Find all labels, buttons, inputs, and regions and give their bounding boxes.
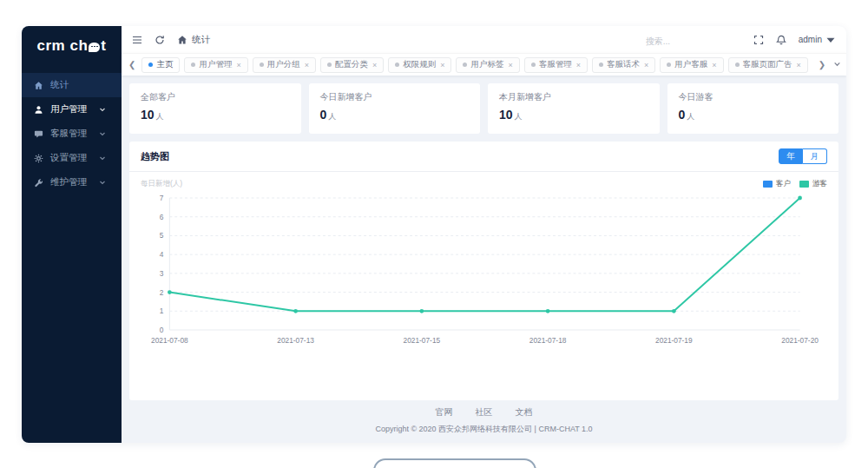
tab-dot-icon xyxy=(599,63,603,67)
svg-text:2021-07-20: 2021-07-20 xyxy=(781,336,819,345)
stat-cards: 全部客户 10人 今日新增客户 0人 本月新增客户 10人 今日游客 0人 xyxy=(129,83,838,134)
tabs-menu-button[interactable] xyxy=(832,60,843,69)
caret-down-icon xyxy=(825,35,836,45)
tab-config-categories[interactable]: 配置分类 × xyxy=(320,57,384,73)
tab-user-service[interactable]: 用户客服 × xyxy=(660,57,723,73)
close-icon[interactable]: × xyxy=(508,61,512,69)
svg-text:2021-07-18: 2021-07-18 xyxy=(529,336,567,345)
tab-dot-icon xyxy=(395,63,399,67)
trend-panel-header: 趋势图 年 月 xyxy=(129,142,838,172)
user-menu[interactable]: admin xyxy=(799,35,836,45)
svg-text:5: 5 xyxy=(160,231,164,240)
legend-item-visitors[interactable]: 游客 xyxy=(799,179,827,189)
search-box xyxy=(646,32,741,48)
year-toggle-button[interactable]: 年 xyxy=(779,148,803,164)
bell-icon xyxy=(776,35,786,45)
hamburger-icon xyxy=(132,35,142,45)
tab-permission-rules[interactable]: 权限规则 × xyxy=(388,57,451,73)
chevron-down-icon xyxy=(99,155,106,161)
close-icon[interactable]: × xyxy=(576,61,581,69)
stat-value: 10人 xyxy=(499,108,648,122)
tabs-scroll-left-button[interactable]: ❮ xyxy=(127,60,137,69)
close-icon[interactable]: × xyxy=(372,61,377,69)
breadcrumb-label: 统计 xyxy=(192,34,210,46)
tabs-scroll-right-button[interactable]: ❯ xyxy=(817,60,827,69)
copyright: Copyright © 2020 西安众邦网络科技有限公司 | CRM-CHAT… xyxy=(129,424,838,435)
legend-label: 客户 xyxy=(776,179,791,189)
tab-dot-icon xyxy=(735,63,740,67)
stat-value: 10人 xyxy=(141,108,290,122)
chart-top-row: 每日新增(人) 客户 游客 xyxy=(141,179,827,189)
close-icon[interactable]: × xyxy=(797,61,801,69)
notifications-button[interactable] xyxy=(776,35,786,45)
stat-card-new-customers-month: 本月新增客户 10人 xyxy=(488,83,660,134)
wrench-icon xyxy=(34,178,43,188)
sidebar-item-statistics[interactable]: 统计 xyxy=(22,73,122,97)
gear-icon xyxy=(34,154,43,163)
footer-link-community[interactable]: 社区 xyxy=(476,406,493,419)
chat-bubble-icon xyxy=(89,43,100,52)
collapse-sidebar-button[interactable] xyxy=(132,35,142,45)
period-toggle: 年 月 xyxy=(779,148,827,164)
tab-label: 用户分组 xyxy=(267,59,300,70)
y-axis-name: 每日新增(人) xyxy=(141,179,182,189)
footer-link-docs[interactable]: 文档 xyxy=(516,406,533,419)
tab-dot-icon xyxy=(667,63,671,67)
breadcrumb[interactable]: 统计 xyxy=(177,34,210,46)
footer-link-official-site[interactable]: 官网 xyxy=(436,406,453,419)
stat-card-total-customers: 全部客户 10人 xyxy=(129,83,301,134)
svg-text:0: 0 xyxy=(160,326,164,334)
tab-home[interactable]: 主页 xyxy=(141,57,180,73)
tab-label: 客服页面广告 xyxy=(743,59,792,70)
home-icon xyxy=(34,81,43,90)
stat-value: 0人 xyxy=(679,108,828,122)
refresh-button[interactable] xyxy=(155,35,165,45)
chevron-down-icon xyxy=(99,179,106,186)
stat-label: 今日新增客户 xyxy=(320,91,470,103)
username: admin xyxy=(799,35,822,44)
tab-dot-icon xyxy=(463,63,467,67)
legend-item-customers[interactable]: 客户 xyxy=(763,179,791,189)
content: 全部客户 10人 今日新增客户 0人 本月新增客户 10人 今日游客 0人 xyxy=(122,76,846,443)
tab-dot-icon xyxy=(327,63,332,67)
tab-user-tags[interactable]: 用户标签 × xyxy=(456,57,519,73)
sidebar-item-label: 设置管理 xyxy=(50,152,87,164)
svg-text:6: 6 xyxy=(160,213,164,221)
sidebar-item-label: 客服管理 xyxy=(50,128,87,140)
footer: 官网 社区 文档 Copyright © 2020 西安众邦网络科技有限公司 |… xyxy=(129,400,838,435)
legend-swatch-blue xyxy=(763,181,773,188)
stat-card-visitors-today: 今日游客 0人 xyxy=(667,83,839,134)
stat-card-new-customers-today: 今日新增客户 0人 xyxy=(309,83,481,134)
sidebar-item-settings-management[interactable]: 设置管理 xyxy=(22,146,122,170)
close-icon[interactable]: × xyxy=(236,61,240,69)
sidebar-menu: 统计 用户管理 客服管理 设置管理 xyxy=(22,73,122,194)
tab-service-scripts[interactable]: 客服话术 × xyxy=(592,57,655,73)
chevron-down-icon xyxy=(99,130,106,137)
month-toggle-button[interactable]: 月 xyxy=(803,148,827,164)
line-chart: 012345672021-07-082021-07-132021-07-1520… xyxy=(141,191,827,349)
sidebar-item-label: 用户管理 xyxy=(50,103,87,115)
close-icon[interactable]: × xyxy=(440,61,444,69)
sidebar-item-service-management[interactable]: 客服管理 xyxy=(22,122,122,146)
sidebar-item-user-management[interactable]: 用户管理 xyxy=(22,97,122,122)
tab-dot-icon xyxy=(531,63,536,67)
search-input[interactable] xyxy=(646,36,741,46)
fullscreen-button[interactable] xyxy=(753,35,764,45)
close-icon[interactable]: × xyxy=(644,61,648,69)
tabbar: ❮ 主页 用户管理 × 用户分组 × 配置分类 xyxy=(122,53,846,76)
tab-label: 用户标签 xyxy=(470,59,503,70)
sidebar-item-label: 统计 xyxy=(50,79,69,91)
svg-text:7: 7 xyxy=(160,194,164,202)
legend-label: 游客 xyxy=(812,179,827,189)
tab-user-groups[interactable]: 用户分组 × xyxy=(253,57,316,73)
logo-text-left: crm ch xyxy=(37,37,89,55)
tab-user-management[interactable]: 用户管理 × xyxy=(184,57,247,73)
tab-service-management[interactable]: 客服管理 × xyxy=(524,57,588,73)
close-icon[interactable]: × xyxy=(712,61,716,69)
stat-label: 本月新增客户 xyxy=(499,91,648,103)
close-icon[interactable]: × xyxy=(305,61,309,69)
fullscreen-icon xyxy=(753,35,764,45)
stat-label: 全部客户 xyxy=(141,91,290,103)
tab-service-page-ads[interactable]: 客服页面广告 × xyxy=(728,57,808,73)
sidebar-item-maintenance-management[interactable]: 维护管理 xyxy=(22,170,122,194)
